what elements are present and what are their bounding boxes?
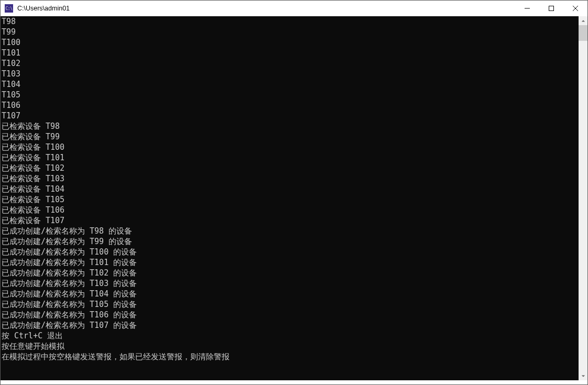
console-line xyxy=(2,362,579,372)
console-line: T105 xyxy=(2,90,579,100)
close-icon xyxy=(573,6,578,11)
console-line: 已检索设备 T107 xyxy=(2,215,579,226)
console-line: 已成功创建/检索名称为 T99 的设备 xyxy=(2,236,579,247)
console-line: 已成功创建/检索名称为 T101 的设备 xyxy=(2,257,579,268)
console-line: 已成功创建/检索名称为 T106 的设备 xyxy=(2,310,579,320)
console-line: T102 xyxy=(2,58,579,69)
console-line: 已检索设备 T99 xyxy=(2,131,579,142)
console-line: T107 xyxy=(2,111,579,121)
console-line: 已成功创建/检索名称为 T100 的设备 xyxy=(2,247,579,257)
console-window: C:\ C:\Users\admin01 T98T99T100T101T102T… xyxy=(0,0,588,385)
scroll-down-button[interactable] xyxy=(579,371,587,380)
vertical-scrollbar[interactable] xyxy=(579,16,587,380)
chevron-down-icon xyxy=(581,374,585,378)
scroll-track[interactable] xyxy=(579,25,587,371)
title-bar[interactable]: C:\ C:\Users\admin01 xyxy=(1,1,587,16)
console-line: T104 xyxy=(2,79,579,90)
console-line: 已成功创建/检索名称为 T107 的设备 xyxy=(2,320,579,331)
maximize-button[interactable] xyxy=(539,1,563,16)
app-icon: C:\ xyxy=(5,4,13,13)
close-button[interactable] xyxy=(563,1,587,16)
chevron-up-icon xyxy=(581,19,585,23)
console-line: 已检索设备 T103 xyxy=(2,173,579,184)
window-bottom-border xyxy=(1,380,587,384)
console-line: T98 xyxy=(2,16,579,27)
console-line: 已检索设备 T106 xyxy=(2,205,579,215)
window-controls xyxy=(515,1,587,16)
console-line: 按 Ctrl+C 退出 xyxy=(2,331,579,341)
window-title: C:\Users\admin01 xyxy=(16,5,515,12)
console-line: 已检索设备 T105 xyxy=(2,194,579,205)
console-line: T100 xyxy=(2,37,579,48)
console-line: 已成功创建/检索名称为 T103 的设备 xyxy=(2,278,579,289)
svg-rect-1 xyxy=(549,6,554,11)
console-line: 已检索设备 T100 xyxy=(2,142,579,152)
console-line: 已检索设备 T98 xyxy=(2,121,579,131)
minimize-icon xyxy=(525,6,530,11)
console-line: 已检索设备 T102 xyxy=(2,163,579,173)
console-line: 按任意键开始模拟 xyxy=(2,341,579,351)
console-line: T101 xyxy=(2,48,579,58)
scroll-thumb[interactable] xyxy=(579,25,587,41)
console-line: T103 xyxy=(2,69,579,79)
scroll-up-button[interactable] xyxy=(579,16,587,25)
console-line: 已成功创建/检索名称为 T105 的设备 xyxy=(2,299,579,310)
console-line: 在模拟过程中按空格键发送警报，如果已经发送警报，则清除警报 xyxy=(2,351,579,362)
console-line: 已检索设备 T104 xyxy=(2,184,579,194)
app-icon-text: C:\ xyxy=(6,6,13,11)
console-line: 已成功创建/检索名称为 T98 的设备 xyxy=(2,226,579,236)
console-line: 已成功创建/检索名称为 T104 的设备 xyxy=(2,289,579,299)
client-area: T98T99T100T101T102T103T104T105T106T107已检… xyxy=(1,16,587,380)
maximize-icon xyxy=(549,6,554,11)
console-output[interactable]: T98T99T100T101T102T103T104T105T106T107已检… xyxy=(1,16,579,380)
console-line: T99 xyxy=(2,27,579,37)
console-line: 已检索设备 T101 xyxy=(2,152,579,163)
minimize-button[interactable] xyxy=(515,1,539,16)
console-line: T106 xyxy=(2,100,579,111)
console-line: 已成功创建/检索名称为 T102 的设备 xyxy=(2,268,579,278)
